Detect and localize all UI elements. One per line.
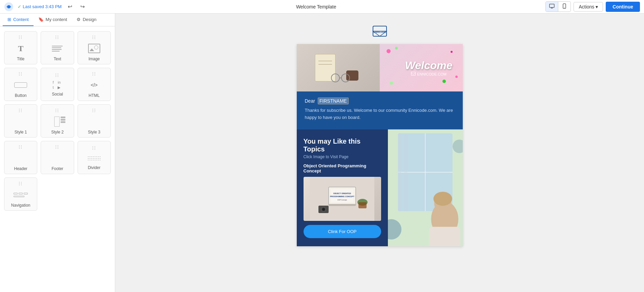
mobile-view-button[interactable] (558, 2, 570, 12)
banner-brand: ENNICODE.COM (405, 72, 453, 77)
drag-handle (56, 74, 59, 77)
welcome-heading: Welcome (405, 59, 453, 72)
block-text-label: Text (54, 57, 61, 61)
topics-article-title: Object Oriented Programming Concept (304, 163, 381, 173)
topbar: ✓ Last saved 3:43 PM ↩ ↪ Welcome Templat… (0, 0, 644, 14)
drag-handle (92, 146, 96, 150)
block-style1[interactable]: Style 1 (4, 104, 37, 138)
topbar-right: Actions ▾ Continue (545, 1, 640, 12)
oop-image: OBJECT ORIENTED PROGRAMMING CONCEPT OOP … (310, 177, 374, 221)
email-body: Dear FIRSTNAME Thanks for subscribe us. … (297, 91, 463, 129)
block-title[interactable]: T Title (4, 31, 37, 64)
confetti-dot (387, 49, 391, 53)
topics-left: You may Like this Topics Click Image to … (297, 129, 388, 246)
clink-oop-button[interactable]: Clink For OOP (304, 225, 381, 238)
style1-icon (14, 116, 27, 128)
enricode-logo: ENRICODE (366, 24, 393, 41)
email-body-text: Thanks for subscribe us. Welcome to our … (305, 107, 455, 121)
divider-icon (88, 153, 101, 163)
block-navigation-label: Navigation (11, 203, 30, 208)
undo-button[interactable]: ↩ (66, 2, 74, 11)
navigation-icon (14, 189, 27, 201)
device-switcher (545, 1, 571, 12)
topics-subtitle: Click Image to Visit Page (304, 154, 381, 159)
html-icon: </> (87, 79, 102, 91)
drag-handle (56, 145, 59, 149)
desktop-view-button[interactable] (546, 2, 558, 12)
drag-handle (19, 182, 22, 185)
tab-my-content[interactable]: 🔖 My content (34, 14, 72, 26)
block-footer[interactable]: Footer (41, 141, 74, 174)
greeting-text: Dear (305, 98, 315, 104)
svg-rect-8 (315, 54, 335, 81)
drag-handle (92, 72, 96, 76)
brand-logo-small (411, 72, 416, 77)
svg-rect-16 (411, 72, 415, 76)
saved-text: Last saved 3:43 PM (23, 4, 62, 9)
confetti-dot (455, 76, 458, 78)
svg-point-4 (564, 7, 565, 8)
svg-text:PROGRAMMING CONCEPT: PROGRAMMING CONCEPT (330, 195, 355, 197)
svg-rect-33 (398, 133, 401, 211)
banner-text-overlay: Welcome ENNICODE.COM (405, 59, 453, 77)
desk-illustration (308, 44, 376, 91)
block-html[interactable]: </> HTML (78, 68, 111, 101)
firstname-tag: FIRSTNAME (318, 98, 349, 104)
email-logo-area: ENRICODE (297, 20, 463, 44)
canvas-area: ENRICODE (115, 14, 644, 292)
redo-button[interactable]: ↪ (78, 2, 87, 11)
block-style2[interactable]: Style 2 (41, 104, 74, 138)
svg-text:OBJECT ORIENTED: OBJECT ORIENTED (333, 192, 351, 194)
svg-rect-2 (549, 4, 554, 7)
tab-design[interactable]: ⚙ Design (72, 14, 101, 26)
check-icon: ✓ (18, 4, 21, 9)
block-header-label: Header (14, 166, 27, 171)
block-button-label: Button (15, 93, 27, 98)
social-icon: f in t ▶ (53, 80, 62, 90)
app-logo (4, 2, 14, 12)
banner-left-bg (297, 44, 388, 91)
drag-handle (19, 109, 22, 112)
save-status: ✓ Last saved 3:43 PM (18, 4, 62, 9)
drag-handle (56, 109, 59, 112)
svg-rect-38 (429, 227, 460, 246)
topics-title: You may Like this Topics (304, 138, 381, 153)
topics-right (388, 129, 463, 246)
svg-point-28 (322, 208, 325, 211)
block-divider-label: Divider (88, 165, 100, 170)
continue-button[interactable]: Continue (606, 2, 640, 12)
header-icon (14, 152, 27, 164)
svg-rect-25 (358, 202, 367, 208)
svg-text:OOP Concept: OOP Concept (337, 199, 347, 201)
grid-icon: ⊞ (7, 17, 11, 22)
confetti-dot (451, 51, 453, 53)
block-style1-label: Style 1 (15, 130, 27, 134)
tab-content[interactable]: ⊞ Content (3, 14, 34, 26)
block-footer-label: Footer (51, 166, 63, 171)
email-preview: Welcome ENNICODE.COM Dear FIRSTNAME Than… (297, 44, 463, 246)
block-social[interactable]: f in t ▶ Social (41, 68, 74, 101)
svg-rect-19 (329, 204, 356, 206)
text-icon (50, 42, 65, 55)
block-button[interactable]: Button (4, 68, 37, 101)
page-title: Welcome Template (91, 4, 542, 9)
block-html-label: HTML (88, 93, 100, 98)
confetti-dot (390, 82, 393, 85)
block-image[interactable]: Image (78, 31, 111, 64)
sidebar-tabs: ⊞ Content 🔖 My content ⚙ Design (0, 14, 115, 26)
block-social-label: Social (52, 92, 63, 97)
block-navigation[interactable]: Navigation (4, 178, 37, 211)
block-title-label: Title (17, 57, 24, 61)
drag-handle (92, 109, 96, 112)
actions-button[interactable]: Actions ▾ (574, 2, 603, 12)
style3-icon (88, 116, 101, 128)
drag-handle (92, 36, 96, 39)
block-text[interactable]: Text (41, 31, 74, 64)
topics-right-image (388, 129, 463, 246)
image-icon (87, 42, 102, 55)
block-divider[interactable]: Divider (78, 141, 111, 174)
block-style3[interactable]: Style 3 (78, 104, 111, 138)
svg-rect-12 (346, 70, 358, 81)
bookmark-icon: 🔖 (38, 17, 44, 22)
block-header[interactable]: Header (4, 141, 37, 174)
